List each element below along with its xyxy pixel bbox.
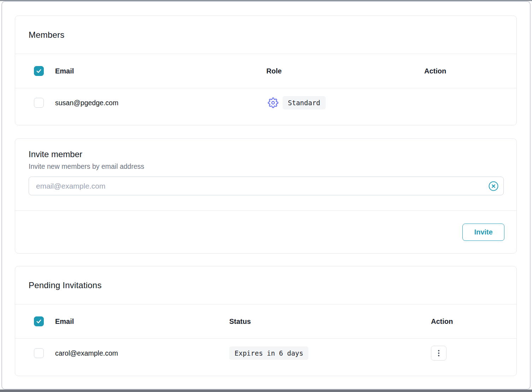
members-col-email: Email [55,67,266,75]
pending-col-status: Status [229,317,431,326]
invite-button[interactable]: Invite [462,224,504,241]
pending-email: carol@example.com [55,349,229,357]
invite-card-title: Invite member [29,149,503,159]
members-col-action: Action [424,67,516,75]
member-row-checkbox[interactable] [34,98,44,108]
row-actions-menu-button[interactable] [431,346,447,361]
invite-email-input[interactable] [29,177,504,195]
pending-col-action: Action [431,317,516,326]
pending-select-all-checkbox[interactable] [34,316,44,326]
pending-table-header: Email Status Action [15,304,516,339]
pending-col-email: Email [55,317,229,326]
clear-input-icon[interactable] [488,181,499,191]
status-badge: Expires in 6 days [229,346,308,360]
check-icon [36,318,42,325]
role-settings-gear-icon[interactable] [268,97,278,108]
table-row: carol@example.com Expires in 6 days [15,339,516,368]
role-badge: Standard [283,96,326,109]
check-icon [36,68,42,74]
invite-member-card: Invite member Invite new members by emai… [15,138,517,254]
members-col-role: Role [266,67,424,75]
pending-row-checkbox[interactable] [34,348,44,358]
members-card: Members Email Role Action susan@pgedge.c… [15,16,517,125]
pending-card-title: Pending Invitations [15,266,516,304]
invite-card-subtitle: Invite new members by email address [29,162,503,171]
members-table-header: Email Role Action [15,54,516,88]
member-email: susan@pgedge.com [55,99,266,107]
table-row: susan@pgedge.com Standard [15,88,516,117]
members-card-title: Members [15,16,516,54]
invite-card-footer: Invite [15,210,516,253]
kebab-icon [438,350,439,351]
pending-invitations-card: Pending Invitations Email Status Action … [15,266,517,376]
members-select-all-checkbox[interactable] [34,66,44,76]
window-bottom-edge [0,390,532,392]
